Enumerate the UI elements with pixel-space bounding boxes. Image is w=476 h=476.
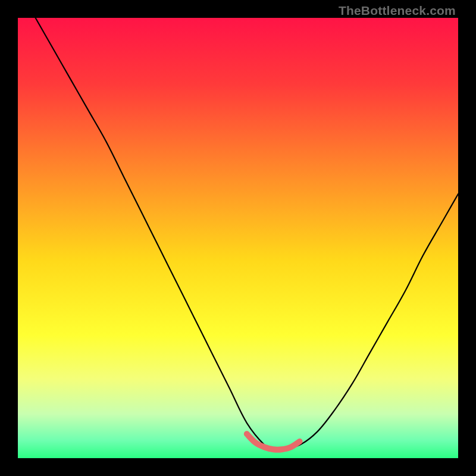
optimal-zone-highlight (247, 434, 300, 449)
plot-area (18, 18, 458, 458)
bottleneck-curve (36, 18, 458, 450)
curve-layer (18, 18, 458, 458)
watermark-text: TheBottleneck.com (339, 4, 456, 18)
chart-container: TheBottleneck.com (0, 0, 476, 476)
